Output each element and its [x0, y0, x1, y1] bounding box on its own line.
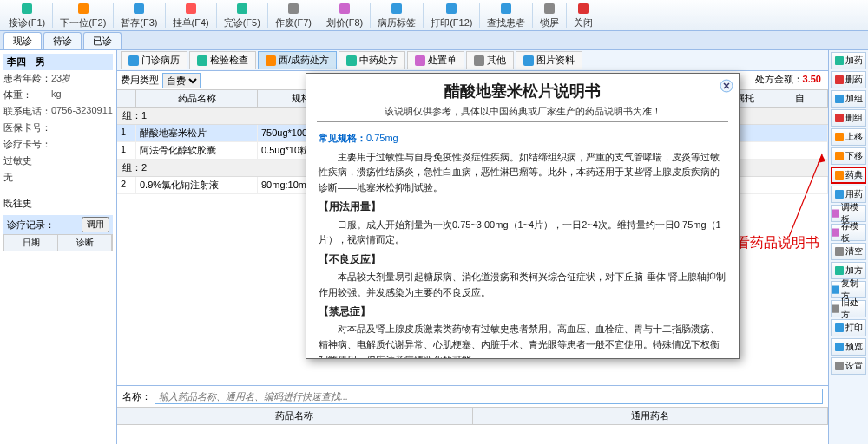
- action-旧处方[interactable]: 旧处方: [831, 300, 866, 317]
- svg-rect-13: [197, 56, 207, 66]
- diag-label: 诊疗记录：: [7, 219, 55, 232]
- svg-rect-3: [186, 3, 196, 14]
- action-sidebar: 加药删药加组删组上移下移药典用药调模板存模板清空加方复制方旧处方打印预览设置: [828, 50, 868, 444]
- svg-rect-17: [474, 56, 484, 66]
- svg-rect-10: [544, 3, 555, 14]
- svg-rect-14: [266, 56, 276, 66]
- svg-rect-4: [237, 3, 247, 14]
- svg-rect-22: [835, 114, 844, 122]
- fee-type-label: 费用类型: [121, 74, 159, 87]
- svg-rect-30: [835, 266, 844, 275]
- subtab-中药处方[interactable]: 中药处方: [339, 51, 405, 69]
- amount-label: 处方金额：: [755, 74, 803, 84]
- toolbar-4[interactable]: 完诊(F5): [219, 1, 266, 30]
- svg-rect-16: [415, 56, 425, 66]
- svg-rect-9: [501, 3, 511, 14]
- fee-type-select[interactable]: 自费: [162, 73, 201, 88]
- svg-rect-1: [78, 3, 89, 14]
- subtab-其他[interactable]: 其他: [466, 51, 514, 69]
- svg-rect-29: [835, 247, 844, 256]
- tab-待诊[interactable]: 待诊: [43, 32, 82, 49]
- drug-manual-dialog: 醋酸地塞米松片说明书 该说明仅供参考，具体以中国药典或厂家生产的药品说明书为准！…: [306, 73, 740, 359]
- annotation-arrow: [789, 154, 790, 237]
- toolbar-7[interactable]: 病历标签: [372, 1, 421, 30]
- action-设置[interactable]: 设置: [831, 357, 866, 375]
- action-存模板[interactable]: 存模板: [831, 224, 866, 241]
- action-调模板[interactable]: 调模板: [831, 205, 866, 222]
- action-复制方[interactable]: 复制方: [831, 281, 866, 298]
- action-药典[interactable]: 药典: [831, 166, 866, 184]
- svg-rect-32: [832, 304, 839, 312]
- action-用药[interactable]: 用药: [831, 186, 866, 203]
- subtab-图片资料[interactable]: 图片资料: [516, 51, 582, 69]
- svg-rect-19: [835, 56, 844, 65]
- action-上移[interactable]: 上移: [831, 128, 866, 146]
- toolbar-9[interactable]: 查找患者: [482, 1, 530, 30]
- svg-rect-11: [578, 3, 589, 14]
- svg-rect-31: [832, 285, 839, 293]
- svg-rect-2: [134, 3, 144, 14]
- action-打印[interactable]: 打印: [831, 319, 866, 336]
- svg-rect-8: [446, 3, 457, 14]
- svg-rect-26: [835, 190, 844, 199]
- svg-rect-5: [288, 3, 299, 14]
- action-删组[interactable]: 删组: [831, 109, 866, 127]
- action-删药[interactable]: 删药: [831, 71, 866, 88]
- spec-label: 常见规格：: [319, 133, 366, 143]
- svg-rect-21: [835, 95, 844, 103]
- manual-title: 醋酸地塞米松片说明书: [317, 81, 728, 101]
- toolbar-1[interactable]: 下一位(F2): [55, 1, 111, 30]
- svg-rect-7: [391, 3, 402, 14]
- svg-rect-33: [835, 323, 844, 332]
- svg-rect-34: [835, 343, 844, 351]
- svg-rect-20: [835, 75, 844, 84]
- patient-name: 李四: [7, 56, 26, 67]
- patient-panel: 李四 男 患者年龄：23岁体重：kg联系电话：0756-3230911医保卡号：…: [0, 50, 117, 444]
- svg-rect-0: [22, 3, 32, 14]
- search-name-label: 名称：: [122, 390, 151, 403]
- svg-rect-18: [523, 56, 534, 66]
- spec-value: 0.75mg: [366, 133, 398, 143]
- history-label: 既往史: [3, 193, 113, 210]
- toolbar-8[interactable]: 打印(F12): [425, 1, 477, 30]
- svg-rect-23: [835, 133, 844, 141]
- svg-rect-35: [835, 362, 844, 370]
- manual-body[interactable]: 常见规格：0.75mg 主要用于过敏性与自身免疫性炎症性疾病。如结缔组织病，严重…: [306, 126, 739, 358]
- manual-subtitle: 该说明仅供参考，具体以中国药典或厂家生产的药品说明书为准！: [317, 101, 728, 122]
- invoke-button[interactable]: 调用: [82, 217, 109, 232]
- toolbar-6[interactable]: 划价(F8): [321, 1, 368, 30]
- action-加组[interactable]: 加组: [831, 90, 866, 108]
- svg-rect-25: [835, 171, 844, 180]
- amount-value: 3.50: [803, 74, 821, 84]
- subtab-检验检查[interactable]: 检验检查: [189, 51, 256, 69]
- subtab-处置单[interactable]: 处置单: [407, 51, 464, 69]
- toolbar-0[interactable]: 接诊(F1): [3, 1, 50, 30]
- manual-intro: 主要用于过敏性与自身免疫性炎症性疾病。如结缔组织病，严重的支气管哮喘，皮炎等过敏…: [319, 150, 727, 196]
- tab-现诊[interactable]: 现诊: [3, 32, 42, 49]
- svg-rect-15: [346, 56, 357, 66]
- toolbar-5[interactable]: 作废(F7): [270, 1, 317, 30]
- record-tabs: 门诊病历检验检查西/成药处方中药处方处置单其他图片资料: [117, 50, 828, 71]
- svg-rect-12: [128, 56, 139, 66]
- svg-rect-28: [832, 228, 839, 236]
- drug-search-input[interactable]: [155, 388, 823, 404]
- subtab-西/成药处方[interactable]: 西/成药处方: [258, 51, 337, 69]
- action-加方[interactable]: 加方: [831, 262, 866, 279]
- action-加药[interactable]: 加药: [831, 52, 866, 69]
- toolbar-10[interactable]: 锁屏: [535, 1, 564, 30]
- toolbar-3[interactable]: 挂单(F4): [168, 1, 214, 30]
- section-contra: 【禁忌症】: [319, 304, 727, 320]
- subtab-门诊病历[interactable]: 门诊病历: [121, 51, 187, 69]
- close-icon[interactable]: [720, 79, 733, 93]
- svg-rect-6: [339, 3, 350, 14]
- action-清空[interactable]: 清空: [831, 243, 866, 260]
- patient-sex: 男: [36, 56, 45, 67]
- consult-tabs: 现诊待诊已诊: [0, 31, 868, 50]
- tab-已诊[interactable]: 已诊: [83, 32, 122, 49]
- action-下移[interactable]: 下移: [831, 147, 866, 165]
- action-预览[interactable]: 预览: [831, 338, 866, 356]
- section-usage: 【用法用量】: [319, 199, 727, 215]
- drug-search-panel: 名称： 药品名称通用药名: [117, 385, 828, 444]
- toolbar-2[interactable]: 暂存(F3): [115, 1, 162, 30]
- toolbar-11[interactable]: 关闭: [569, 1, 598, 30]
